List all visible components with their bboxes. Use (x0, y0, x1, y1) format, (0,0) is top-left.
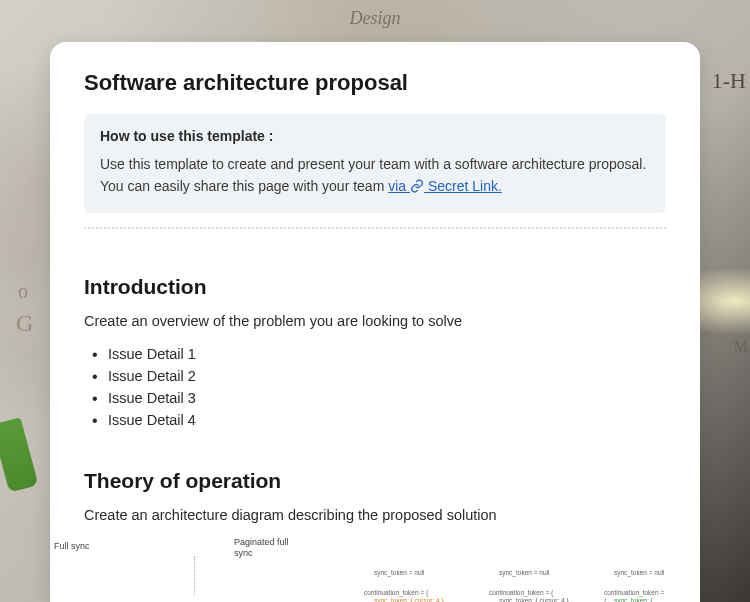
architecture-diagram: Full sync Paginated full sync sync_token… (84, 541, 666, 602)
info-callout-text: Use this template to create and present … (100, 156, 646, 194)
secret-link[interactable]: via Secret Link. (388, 178, 502, 194)
secret-link-text: Secret Link. (428, 178, 502, 194)
document-card: Software architecture proposal How to us… (50, 42, 700, 602)
info-callout-title: How to use this template : (100, 128, 650, 144)
list-item: Issue Detail 4 (84, 409, 666, 431)
diagram-col1-label: Full sync (54, 541, 90, 552)
issue-list: Issue Detail 1 Issue Detail 2 Issue Deta… (84, 343, 666, 431)
page-title: Software architecture proposal (84, 70, 666, 96)
divider (84, 227, 666, 229)
list-item: Issue Detail 3 (84, 387, 666, 409)
list-item: Issue Detail 1 (84, 343, 666, 365)
theory-intro: Create an architecture diagram describin… (84, 507, 666, 523)
diagram-tiny-text: sync_token: { cursor: 4 }, (374, 597, 446, 602)
introduction-intro: Create an overview of the problem you ar… (84, 313, 666, 329)
diagram-tiny-text: sync_token: { cursor: 4 }, (499, 597, 571, 602)
background-scribble: o (18, 280, 28, 303)
background-scribble: G (16, 310, 33, 337)
background-right-text: 1-H (712, 68, 746, 94)
sticky-note-text: M (734, 338, 748, 356)
info-callout-body: Use this template to create and present … (100, 154, 650, 199)
info-callout: How to use this template : Use this temp… (84, 114, 666, 213)
diagram-tiny-text: sync_token = null (374, 569, 424, 577)
theory-heading: Theory of operation (84, 469, 666, 493)
diagram-tiny-text: sync_token: { cursor: 4 } (614, 597, 666, 602)
list-item: Issue Detail 2 (84, 365, 666, 387)
background-design-text: Design (350, 8, 401, 29)
diagram-dotted-line (194, 556, 195, 596)
secret-link-prefix: via (388, 178, 410, 194)
diagram-tiny-text: sync_token = null (614, 569, 664, 577)
diagram-col2-label: Paginated full sync (234, 537, 289, 559)
introduction-heading: Introduction (84, 275, 666, 299)
diagram-tiny-text: sync_token = null (499, 569, 549, 577)
link-icon (410, 178, 424, 200)
